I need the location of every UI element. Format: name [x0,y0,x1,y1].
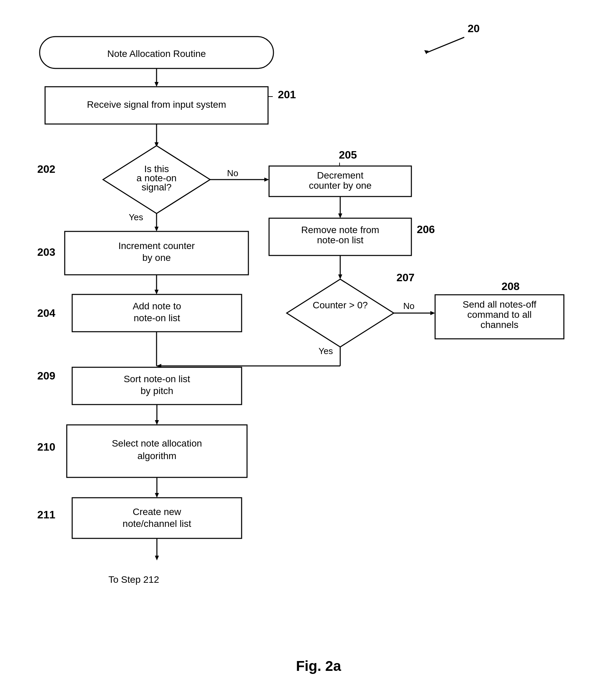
label-206-1: Remove note from [301,225,379,235]
no-label-202: No [227,168,238,178]
yes-label-202: Yes [129,212,143,222]
svg-marker-12 [155,290,159,294]
label-210-1: Select note allocation [112,438,202,449]
label-209-2: by pitch [141,386,173,396]
node-207 [287,279,394,347]
label-207-1: Counter > 0? [313,300,368,310]
label-205-2: counter by one [309,180,371,191]
ref-201: 201 [278,88,296,101]
svg-marker-29 [155,556,159,560]
label-202-3: signal? [142,182,172,192]
label-206-2: note-on list [317,235,364,245]
svg-marker-3 [155,82,159,87]
svg-marker-15 [338,213,342,218]
label-203-2: by one [142,252,171,263]
svg-marker-27 [155,493,159,498]
ref-204: 204 [37,307,56,319]
node-211 [72,498,242,538]
ref-211: 211 [37,509,55,521]
svg-marker-10 [155,227,159,231]
label-205-1: Decrement [317,170,364,181]
svg-marker-17 [338,274,342,279]
ref-203: 203 [37,246,55,258]
label-209-1: Sort note-on list [124,374,190,384]
start-label: Note Allocation Routine [107,48,206,59]
ref-205: 205 [339,149,357,161]
svg-marker-8 [264,178,269,182]
ref-210: 210 [37,441,55,453]
svg-marker-25 [155,420,159,425]
label-201: Receive signal from input system [87,99,226,110]
no-label-207: No [403,301,414,311]
label-203-1: Increment counter [118,241,195,251]
to-step-label: To Step 212 [108,574,159,585]
ref-20: 20 [468,22,480,35]
ref-209: 209 [37,370,55,382]
ref-202: 202 [37,163,55,175]
figure-label: Fig. 2a [296,658,341,674]
ref-207: 207 [396,271,414,284]
svg-line-0 [427,37,464,53]
label-211-2: note/channel list [123,518,191,529]
label-208-1: Send all notes-off [463,299,536,310]
ref-206: 206 [417,223,435,235]
label-210-2: algorithm [137,451,176,461]
flowchart-container: 20 Note Allocation Routine Receive signa… [0,0,593,700]
ref-208: 208 [502,280,519,292]
label-208-2: command to all [467,309,532,320]
label-211-1: Create new [132,507,181,517]
svg-marker-19 [430,311,435,315]
yes-label-207: Yes [319,346,333,356]
label-204-1: Add note to [132,301,181,311]
label-208-3: channels [480,320,518,330]
label-204-2: note-on list [134,313,180,323]
